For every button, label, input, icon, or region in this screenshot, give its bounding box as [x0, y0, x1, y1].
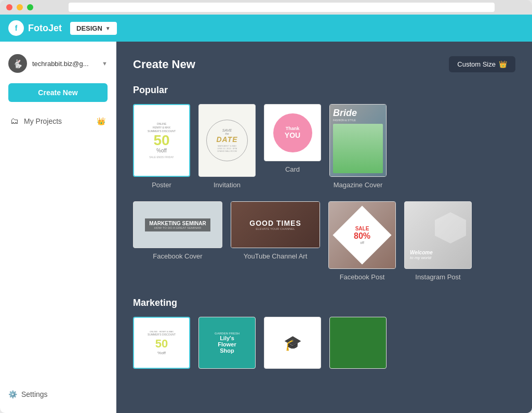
template-item-instagram[interactable]: Welcome to my world Instagram Post	[404, 201, 472, 281]
popular-row-1: ONLINEHENRY & MAX SUMMER'S DISCOUNT 50 %…	[133, 104, 515, 189]
template-item-invitation[interactable]: SAVE the DATE MARGARET & MAXJUNE 22, 201…	[198, 104, 256, 189]
user-email: techrabbit.biz@g...	[32, 60, 97, 68]
marketing-section-title: Marketing	[133, 298, 515, 308]
marketing-poster-off: %off	[148, 351, 176, 355]
fb-cover-subtitle: HOW TO DO A GREAT SEMINAR	[149, 226, 206, 229]
green-thumbnail	[329, 317, 387, 369]
template-item-fb-post[interactable]: SALE 80% off Facebook Post	[328, 201, 396, 281]
marketing-grid: ONLINE · HENRY & MAX SUMMER'S DISCOUNT 5…	[133, 317, 515, 373]
youtube-thumbnail: GOOD TIMES ELEVATE YOUR CHANNEL	[231, 201, 320, 248]
content-area: Create New Custom Size 👑 Popular ONLINEH…	[116, 42, 532, 413]
template-item-poster[interactable]: ONLINEHENRY & MAX SUMMER'S DISCOUNT 50 %…	[133, 104, 190, 189]
fb-post-off: off	[354, 241, 370, 244]
magazine-thumbnail: Bride FASHION & STYLE	[329, 104, 387, 177]
magazine-label: Magazine Cover	[334, 181, 383, 189]
marketing-poster-percent: 50	[148, 337, 176, 351]
youtube-channel-sub: ELEVATE YOUR CHANNEL	[249, 227, 301, 230]
content-header: Create New Custom Size 👑	[133, 56, 515, 72]
instagram-thumbnail: Welcome to my world	[404, 201, 472, 269]
close-btn[interactable]	[6, 4, 12, 10]
design-button[interactable]: DESIGN ▼	[70, 22, 117, 35]
magazine-subtitle: FASHION & STYLE	[333, 119, 383, 122]
design-btn-label: DESIGN	[76, 24, 102, 32]
magazine-image-area	[333, 124, 383, 173]
flower-shop-text: GARDEN FRESH Lily'sFlowerShop	[215, 332, 240, 354]
instagram-label: Instagram Post	[415, 273, 460, 281]
topbar: f FotoJet DESIGN ▼	[0, 15, 532, 42]
template-item-magazine[interactable]: Bride FASHION & STYLE Magazine Cover	[329, 104, 387, 189]
poster-label: Poster	[152, 181, 171, 189]
fb-post-text: SALE 80% off	[354, 226, 370, 244]
template-item-marketing-poster[interactable]: ONLINE · HENRY & MAX SUMMER'S DISCOUNT 5…	[133, 317, 190, 373]
poster-content: ONLINEHENRY & MAX SUMMER'S DISCOUNT 50 %…	[148, 122, 176, 159]
template-item-youtube[interactable]: GOOD TIMES ELEVATE YOUR CHANNEL YouTube …	[231, 201, 320, 260]
main-layout: 🐇 techrabbit.biz@g... ▼ Create New 🗂 My …	[0, 42, 532, 413]
logo-icon: f	[8, 20, 24, 36]
poster-thumbnail: ONLINEHENRY & MAX SUMMER'S DISCOUNT 50 %…	[133, 104, 190, 177]
sidebar-item-my-projects[interactable]: 🗂 My Projects 👑	[8, 112, 108, 130]
invitation-save: SAVE	[222, 128, 232, 132]
sidebar-item-settings[interactable]: ⚙️ Settings	[8, 390, 108, 398]
invitation-date: DATE	[216, 135, 237, 144]
maximize-btn[interactable]	[27, 4, 33, 10]
card-you: YOU	[285, 131, 300, 139]
fb-cover-label: Facebook Cover	[153, 252, 202, 260]
instagram-world: to my world	[410, 255, 433, 260]
template-item-green[interactable]	[329, 317, 387, 373]
graduation-content: 🎓	[284, 334, 302, 352]
premium-crown-icon: 👑	[499, 60, 507, 68]
template-item-graduation[interactable]: 🎓	[264, 317, 321, 373]
marketing-poster-thumbnail: ONLINE · HENRY & MAX SUMMER'S DISCOUNT 5…	[133, 317, 190, 369]
poster-sale-header: ONLINEHENRY & MAX	[148, 122, 176, 130]
poster-percent: 50	[148, 133, 176, 148]
logo-text: FotoJet	[28, 23, 62, 34]
youtube-text: GOOD TIMES ELEVATE YOUR CHANNEL	[249, 219, 301, 230]
invitation-label: Invitation	[214, 181, 241, 189]
template-item-fb-cover[interactable]: MARKETING SEMINAR HOW TO DO A GREAT SEMI…	[133, 201, 222, 260]
sidebar-nav: 🗂 My Projects 👑	[0, 108, 116, 134]
flower-shop-thumbnail: GARDEN FRESH Lily'sFlowerShop	[198, 317, 256, 369]
fb-cover-content: MARKETING SEMINAR HOW TO DO A GREAT SEMI…	[145, 218, 210, 231]
address-bar	[69, 3, 495, 12]
custom-size-button[interactable]: Custom Size 👑	[449, 56, 515, 72]
invitation-thumbnail: SAVE the DATE MARGARET & MAXJUNE 22, 201…	[198, 104, 256, 177]
graduation-cap-icon: 🎓	[284, 334, 302, 352]
minimize-btn[interactable]	[17, 4, 23, 10]
youtube-channel-name: GOOD TIMES	[249, 219, 301, 227]
template-item-card[interactable]: Thank YOU Card	[264, 104, 321, 189]
fb-post-thumbnail: SALE 80% off	[328, 201, 396, 269]
template-item-flower-shop[interactable]: GARDEN FRESH Lily'sFlowerShop	[198, 317, 256, 373]
popular-row-2: MARKETING SEMINAR HOW TO DO A GREAT SEMI…	[133, 201, 515, 281]
marketing-poster-sale: SUMMER'S DISCOUNT	[148, 333, 176, 336]
sidebar-bottom: ⚙️ Settings	[0, 384, 116, 405]
my-projects-label: My Projects	[24, 117, 62, 125]
marketing-poster-content: ONLINE · HENRY & MAX SUMMER'S DISCOUNT 5…	[148, 330, 176, 355]
magazine-title: Bride	[333, 108, 383, 119]
invitation-circle: SAVE the DATE MARGARET & MAXJUNE 22, 201…	[206, 120, 248, 161]
instagram-welcome: Welcome	[410, 250, 433, 255]
card-circle: Thank YOU	[273, 113, 312, 152]
user-info[interactable]: 🐇 techrabbit.biz@g... ▼	[0, 50, 116, 77]
window-chrome	[0, 0, 532, 15]
card-label: Card	[285, 165, 300, 173]
flower-shop-name: Lily'sFlowerShop	[215, 335, 240, 354]
magazine-bg: Bride FASHION & STYLE	[330, 105, 386, 176]
fb-cover-thumbnail: MARKETING SEMINAR HOW TO DO A GREAT SEMI…	[133, 201, 222, 248]
fb-cover-title: MARKETING SEMINAR	[149, 221, 206, 226]
app: f FotoJet DESIGN ▼ 🐇 techrabbit.biz@g...…	[0, 15, 532, 413]
fb-post-label: Facebook Post	[340, 273, 385, 281]
invitation-details: MARGARET & MAXJUNE 22, 2019 · 8PMGRAND B…	[217, 145, 237, 152]
settings-label: Settings	[21, 390, 48, 398]
crown-icon: 👑	[97, 117, 105, 125]
create-new-button[interactable]: Create New	[8, 83, 108, 102]
chevron-down-icon: ▼	[105, 25, 111, 31]
fb-post-percent: 80%	[354, 231, 370, 241]
page-title: Create New	[133, 58, 195, 71]
popular-section-title: Popular	[133, 85, 515, 96]
fb-post-sale: SALE	[354, 226, 370, 231]
gear-icon: ⚙️	[8, 390, 17, 398]
card-thank: Thank	[286, 126, 300, 131]
graduation-thumbnail: 🎓	[264, 317, 321, 369]
instagram-text: Welcome to my world	[410, 250, 433, 260]
folder-icon: 🗂	[10, 117, 19, 126]
